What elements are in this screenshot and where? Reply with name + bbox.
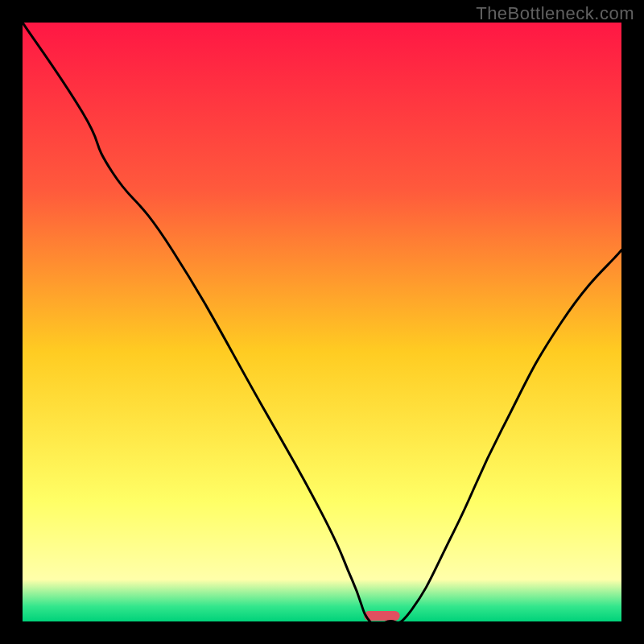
watermark-text: TheBottleneck.com bbox=[476, 3, 634, 24]
gradient-background bbox=[23, 23, 621, 621]
chart-frame: TheBottleneck.com bbox=[0, 0, 644, 644]
chart-svg bbox=[23, 23, 621, 621]
plot-area bbox=[23, 23, 621, 621]
